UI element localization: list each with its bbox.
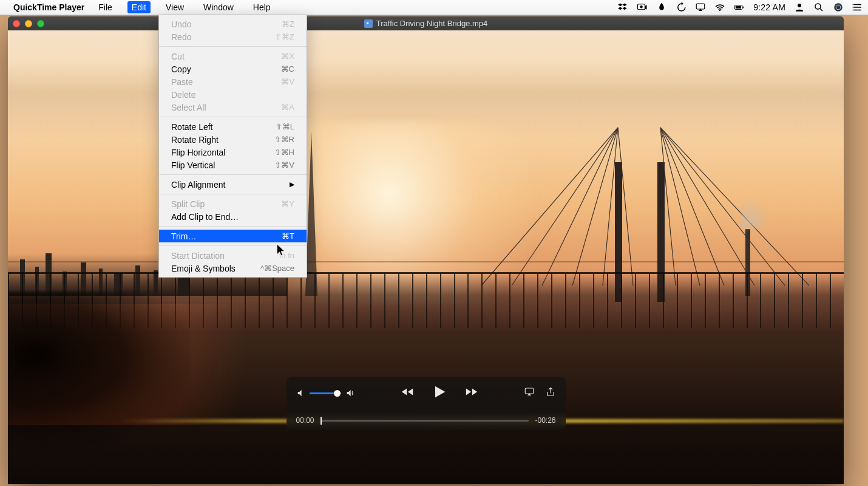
svg-rect-4 — [736, 6, 741, 9]
backblaze-icon[interactable] — [656, 2, 667, 13]
menu-edit[interactable]: Edit — [127, 1, 151, 13]
document-icon — [364, 19, 373, 28]
share-button[interactable] — [545, 386, 556, 400]
playhead[interactable] — [320, 417, 322, 425]
svg-point-10 — [853, 4, 854, 5]
volume-low-icon — [296, 388, 306, 398]
siri-icon[interactable] — [833, 2, 844, 13]
menu-item-clip-alignment[interactable]: Clip Alignment▶ — [159, 178, 307, 191]
menu-item-copy[interactable]: Copy⌘C — [159, 63, 307, 75]
window-titlebar[interactable]: Traffic Driving Night Bridge.mp4 — [8, 16, 844, 30]
menu-item-label: Redo — [171, 32, 191, 42]
menu-separator — [159, 46, 307, 47]
menu-separator — [159, 117, 307, 117]
menu-item-split-clip: Split Clip⌘Y — [159, 197, 307, 210]
volume-high-icon — [345, 388, 356, 398]
play-button[interactable] — [431, 383, 448, 403]
screen-record-icon[interactable] — [637, 2, 648, 13]
menu-item-label: Flip Vertical — [171, 160, 215, 170]
menu-separator — [159, 174, 307, 175]
menu-view[interactable]: View — [161, 1, 188, 13]
menu-item-label: Delete — [171, 90, 195, 100]
menu-item-paste: Paste⌘V — [159, 75, 307, 88]
menu-item-label: Flip Horizontal — [171, 148, 225, 157]
menu-file[interactable]: File — [94, 1, 117, 13]
timeline-scrubber[interactable] — [320, 420, 529, 422]
menu-item-label: Cut — [171, 52, 185, 61]
menu-item-shortcut: ⇧⌘H — [274, 148, 294, 157]
app-name[interactable]: QuickTime Player — [13, 2, 84, 12]
clock[interactable]: 9:22 AM — [753, 2, 785, 12]
svg-rect-2 — [696, 4, 705, 9]
menu-item-label: Rotate Left — [171, 122, 213, 132]
menu-item-shortcut: ⌘Z — [282, 19, 294, 29]
menu-item-shortcut: ⌘V — [281, 77, 294, 86]
menu-item-shortcut: ⇧⌘Z — [275, 32, 294, 41]
rewind-button[interactable] — [399, 385, 415, 401]
menu-item-add-clip-to-end[interactable]: Add Clip to End… — [159, 210, 307, 223]
svg-point-6 — [798, 4, 801, 7]
menu-item-shortcut: ⌘C — [281, 64, 294, 74]
svg-point-7 — [815, 4, 821, 9]
svg-point-12 — [853, 10, 854, 11]
menu-item-label: Clip Alignment — [171, 180, 226, 190]
menu-item-redo: Redo⇧⌘Z — [159, 30, 307, 43]
window-title: Traffic Driving Night Bridge.mp4 — [8, 19, 844, 28]
battery-icon[interactable] — [734, 2, 745, 13]
menu-bar: QuickTime Player File Edit View Window H… — [0, 0, 868, 15]
menu-item-label: Undo — [171, 19, 191, 29]
submenu-arrow-icon: ▶ — [290, 180, 294, 188]
menu-item-delete: Delete — [159, 88, 307, 101]
menu-item-trim[interactable]: Trim…⌘T — [159, 230, 307, 242]
dropbox-icon[interactable] — [617, 2, 628, 13]
menu-help[interactable]: Help — [249, 1, 275, 13]
spotlight-icon[interactable] — [813, 2, 824, 13]
volume-slider[interactable] — [310, 392, 341, 394]
quicktime-window: Traffic Driving Night Bridge.mp4 — [8, 16, 844, 484]
menu-item-select-all: Select All⌘A — [159, 101, 307, 114]
menu-item-flip-vertical[interactable]: Flip Vertical⇧⌘V — [159, 159, 307, 171]
time-remaining: -00:26 — [535, 416, 555, 425]
time-machine-icon[interactable] — [676, 2, 687, 13]
menu-item-emoji-symbols[interactable]: Emoji & Symbols^⌘Space — [159, 262, 307, 275]
time-elapsed: 00:00 — [296, 416, 314, 425]
menu-item-shortcut: ⇧⌘L — [276, 122, 294, 131]
menu-item-shortcut: ⌘X — [281, 52, 294, 61]
menu-item-rotate-left[interactable]: Rotate Left⇧⌘L — [159, 120, 307, 133]
menu-item-label: Emoji & Symbols — [171, 264, 236, 273]
notification-center-icon[interactable] — [852, 2, 863, 13]
menu-item-label: Start Dictation — [171, 251, 225, 261]
menu-item-label: Split Clip — [171, 199, 205, 209]
edit-menu-dropdown: Undo⌘ZRedo⇧⌘ZCut⌘XCopy⌘CPaste⌘VDeleteSel… — [158, 15, 307, 278]
menu-item-shortcut: ⌘A — [281, 103, 294, 112]
menu-bar-right: 9:22 AM — [617, 2, 863, 13]
menu-item-undo: Undo⌘Z — [159, 18, 307, 30]
menu-item-label: Rotate Right — [171, 135, 219, 145]
menu-item-shortcut: ⇧⌘V — [274, 160, 294, 169]
svg-rect-5 — [743, 7, 744, 9]
menu-item-label: Copy — [171, 64, 191, 74]
menu-item-label: Paste — [171, 77, 193, 87]
menu-item-label: Select All — [171, 103, 206, 112]
menu-window[interactable]: Window — [199, 1, 238, 13]
wifi-icon[interactable] — [714, 2, 725, 13]
user-icon[interactable] — [794, 2, 805, 13]
fast-forward-button[interactable] — [464, 385, 480, 401]
menu-item-flip-horizontal[interactable]: Flip Horizontal⇧⌘H — [159, 146, 307, 159]
menu-item-shortcut: ^⌘Space — [260, 264, 294, 273]
menu-item-label: Trim… — [171, 231, 196, 241]
video-area[interactable]: 00:00 -00:26 — [8, 30, 844, 484]
menu-item-cut: Cut⌘X — [159, 50, 307, 63]
bridge-tower-left — [305, 132, 317, 296]
airplay-icon[interactable] — [695, 2, 706, 13]
car-silhouette — [8, 292, 190, 450]
volume-control[interactable] — [296, 388, 356, 398]
menu-item-rotate-right[interactable]: Rotate Right⇧⌘R — [159, 133, 307, 146]
menu-separator — [159, 226, 307, 227]
menu-separator — [159, 194, 307, 194]
svg-point-11 — [853, 7, 854, 8]
player-controls: 00:00 -00:26 — [287, 377, 566, 430]
svg-point-8 — [834, 3, 843, 12]
airplay-button[interactable] — [523, 386, 535, 400]
svg-rect-25 — [525, 388, 534, 394]
